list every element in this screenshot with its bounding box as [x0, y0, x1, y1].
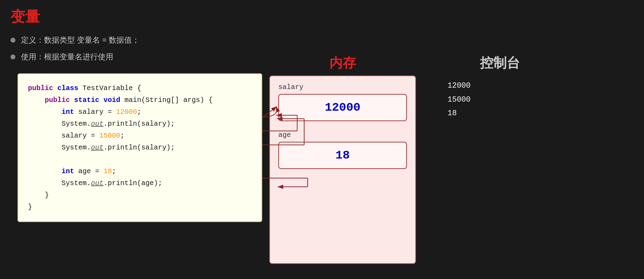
bullet-dot-1	[10, 38, 15, 43]
code-line-4: System.out.println(salary);	[28, 118, 252, 130]
console-section: 控制台 12000 15000 18	[448, 54, 552, 120]
console-line-1: 12000	[448, 79, 552, 93]
bullet-dot-2	[10, 54, 15, 59]
code-line-1: public class TestVariable {	[28, 82, 252, 94]
code-line-6: System.out.println(salary);	[28, 142, 252, 154]
memory-box: salary 12000 age 18	[269, 75, 416, 264]
console-line-2: 15000	[448, 93, 552, 107]
memory-title: 内存	[269, 54, 416, 72]
code-line-blank	[28, 154, 252, 166]
code-line-3: int salary = 12000;	[28, 106, 252, 118]
code-line-5: salary = 15000;	[28, 130, 252, 142]
bullet-item-2: 使用：根据变量名进行使用	[10, 52, 139, 62]
code-line-7: int age = 18;	[28, 166, 252, 177]
bullet-points: 定义：数据类型 变量名 = 数据值； 使用：根据变量名进行使用	[10, 35, 139, 68]
console-title: 控制台	[448, 54, 552, 72]
code-line-9: }	[28, 189, 252, 201]
memory-section: 内存 salary 12000 age 18	[269, 54, 416, 264]
code-block: public class TestVariable { public stati…	[17, 73, 262, 222]
bullet-text-1: 定义：数据类型 变量名 = 数据值；	[21, 35, 139, 45]
console-output: 12000 15000 18	[448, 75, 552, 120]
salary-label: salary	[278, 83, 407, 91]
salary-value: 12000	[278, 94, 407, 121]
page-title: 变量	[10, 7, 40, 27]
bullet-item-1: 定义：数据类型 变量名 = 数据值；	[10, 35, 139, 45]
age-value: 18	[278, 142, 407, 169]
code-line-2: public static void main(String[] args) {	[28, 94, 252, 106]
code-line-10: }	[28, 201, 252, 213]
code-line-8: System.out.println(age);	[28, 177, 252, 189]
bullet-text-2: 使用：根据变量名进行使用	[21, 52, 113, 62]
age-label: age	[278, 131, 407, 139]
console-line-3: 18	[448, 107, 552, 120]
